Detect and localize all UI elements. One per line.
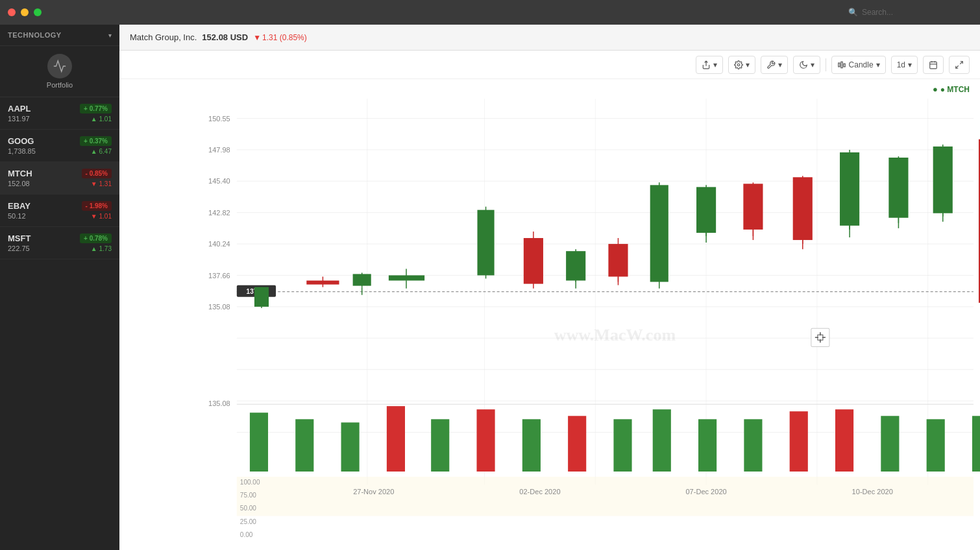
- svg-rect-93: [744, 419, 762, 472]
- fullscreen-button[interactable]: [34, 8, 42, 16]
- stock-item[interactable]: MTCH - 0.85% 152.08 ▼ 1.31: [0, 162, 119, 195]
- interval-button[interactable]: 1d ▾: [891, 56, 918, 74]
- badge: + 0.78%: [80, 233, 112, 243]
- svg-rect-56: [608, 244, 628, 276]
- badge: - 1.98%: [82, 201, 112, 211]
- expand-button[interactable]: [949, 56, 970, 74]
- stock-item[interactable]: EBAY - 1.98% 50.12 ▼ 1.01: [0, 195, 119, 227]
- theme-button[interactable]: ▾: [793, 56, 820, 74]
- svg-rect-71: [840, 152, 859, 226]
- search-bar: 🔍: [842, 5, 972, 19]
- stock-change: ▲ 1.73: [91, 245, 112, 252]
- portfolio-label: Portfolio: [47, 81, 73, 89]
- legend-dot: ●: [933, 84, 938, 94]
- svg-text:142.82: 142.82: [208, 209, 230, 217]
- theme-chevron-icon: ▾: [811, 60, 815, 69]
- chart-type-button[interactable]: Candle ▾: [831, 56, 886, 74]
- share-button[interactable]: ▾: [696, 56, 723, 74]
- main-layout: TECHNOLOGY ▾ Portfolio AAPL + 0.77% 131.…: [0, 25, 980, 550]
- svg-rect-82: [250, 413, 268, 472]
- chevron-down-icon[interactable]: ▾: [108, 32, 112, 39]
- chart-type-label: Candle: [849, 60, 874, 69]
- search-input[interactable]: [862, 8, 966, 17]
- svg-rect-68: [793, 177, 813, 240]
- svg-text:25.00: 25.00: [240, 518, 257, 525]
- svg-rect-2: [840, 62, 842, 67]
- svg-rect-112: [811, 328, 829, 346]
- svg-rect-90: [613, 419, 631, 472]
- svg-rect-89: [568, 416, 586, 472]
- svg-rect-3: [844, 64, 845, 67]
- stock-list: AAPL + 0.77% 131.97 ▲ 1.01 GOOG + 0.37% …: [0, 97, 119, 550]
- svg-text:0.00: 0.00: [240, 531, 253, 538]
- change-arrow-icon: ▲: [91, 245, 97, 252]
- stock-price: 131.97: [8, 115, 30, 123]
- change-arrow-icon: ▼: [253, 33, 261, 42]
- svg-rect-62: [696, 187, 716, 233]
- change-arrow-icon: ▼: [91, 213, 97, 220]
- svg-text:147.98: 147.98: [208, 146, 230, 154]
- stock-ticker: AAPL: [8, 104, 31, 114]
- svg-rect-96: [881, 416, 899, 472]
- stock-change: ▼ 1.01: [91, 213, 112, 220]
- chart-type-chevron-icon: ▾: [876, 60, 880, 69]
- svg-rect-92: [698, 419, 717, 472]
- badge: + 0.37%: [80, 136, 112, 146]
- chart-area: ● ● MTCH: [119, 79, 980, 550]
- interval-label: 1d: [897, 60, 905, 69]
- svg-rect-85: [387, 406, 405, 472]
- svg-rect-38: [254, 287, 269, 307]
- settings-button[interactable]: ▾: [728, 56, 755, 74]
- portfolio-button[interactable]: Portfolio: [0, 46, 119, 97]
- svg-text:135.08: 135.08: [208, 400, 230, 407]
- interval-chevron-icon: ▾: [908, 60, 912, 69]
- svg-text:27-Nov 2020: 27-Nov 2020: [353, 488, 394, 496]
- category-label: TECHNOLOGY: [8, 31, 62, 39]
- svg-text:02-Dec 2020: 02-Dec 2020: [519, 488, 560, 496]
- svg-rect-94: [790, 411, 808, 472]
- svg-text:135.08: 135.08: [208, 303, 230, 311]
- svg-line-8: [960, 61, 962, 64]
- svg-rect-48: [477, 210, 494, 276]
- change-value: 1.31 (0.85%): [262, 33, 307, 42]
- stock-ticker: EBAY: [8, 201, 31, 211]
- content-area: Match Group, Inc. 152.08 USD ▼ 1.31 (0.8…: [119, 25, 980, 550]
- svg-rect-50: [524, 238, 543, 284]
- stock-change: ▼ 1.31: [91, 180, 112, 187]
- tools-chevron-icon: ▾: [778, 60, 782, 69]
- stock-item[interactable]: GOOG + 0.37% 1,738.85 ▲ 6.47: [0, 130, 119, 162]
- stock-item[interactable]: MSFT + 0.78% 222.75 ▲ 1.73: [0, 227, 119, 259]
- stock-price: 152.08: [8, 180, 30, 187]
- settings-chevron-icon: ▾: [746, 60, 750, 69]
- calendar-button[interactable]: [923, 56, 944, 74]
- sidebar: TECHNOLOGY ▾ Portfolio AAPL + 0.77% 131.…: [0, 25, 119, 550]
- svg-rect-91: [653, 409, 671, 472]
- change-arrow-icon: ▲: [91, 115, 97, 123]
- svg-rect-95: [835, 409, 853, 472]
- svg-text:75.00: 75.00: [240, 492, 257, 499]
- stock-change: ▲ 1.01: [91, 115, 112, 123]
- svg-rect-99: [237, 477, 974, 516]
- stock-ticker: MTCH: [8, 169, 32, 178]
- svg-rect-88: [522, 419, 541, 472]
- svg-rect-86: [431, 419, 449, 472]
- stock-price: 222.75: [8, 245, 30, 252]
- svg-rect-42: [353, 274, 371, 285]
- minimize-button[interactable]: [21, 8, 29, 16]
- chart-svg: 150.55 147.98 145.40 142.82 140.24 137.6…: [119, 79, 980, 550]
- svg-rect-84: [341, 422, 360, 472]
- stock-item[interactable]: AAPL + 0.77% 131.97 ▲ 1.01: [0, 97, 119, 130]
- tools-button[interactable]: ▾: [761, 56, 788, 74]
- stock-ticker: MSFT: [8, 233, 31, 243]
- svg-point-0: [737, 64, 740, 66]
- svg-text:07-Dec 2020: 07-Dec 2020: [685, 488, 726, 496]
- svg-rect-65: [743, 184, 763, 230]
- svg-rect-98: [972, 416, 980, 472]
- close-button[interactable]: [8, 8, 16, 16]
- sidebar-header: TECHNOLOGY ▾: [0, 25, 119, 46]
- svg-text:150.55: 150.55: [208, 115, 230, 123]
- badge: + 0.77%: [80, 104, 112, 114]
- svg-rect-83: [295, 419, 313, 472]
- stock-change-display: ▼ 1.31 (0.85%): [253, 33, 307, 42]
- svg-rect-97: [927, 419, 945, 472]
